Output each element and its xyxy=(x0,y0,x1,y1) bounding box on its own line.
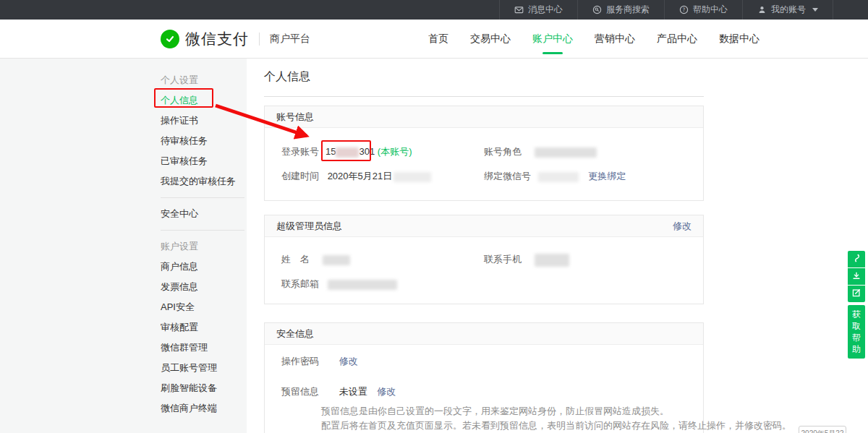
main-content: 个人信息 账号信息 登录账号 15301 (本账号) 账号角色 创建时间 202… xyxy=(247,59,868,433)
my-account-menu[interactable]: 我的账号 xyxy=(742,0,833,20)
primary-nav: 首页 交易中心 账户中心 营销中心 产品中心 数据中心 xyxy=(428,20,760,59)
redacted-created-time xyxy=(393,172,431,182)
reserved-info-row: 预留信息 未设置 修改 xyxy=(281,385,396,398)
nav-account-center[interactable]: 账户中心 xyxy=(532,20,573,59)
account-info-header: 账号信息 xyxy=(265,106,703,128)
mail-icon xyxy=(514,5,524,14)
my-account-label: 我的账号 xyxy=(771,4,806,16)
download-tool-button[interactable] xyxy=(848,268,865,285)
feedback-tool-button[interactable] xyxy=(848,286,865,302)
redacted-wechat-id xyxy=(538,172,579,182)
security-info-section: 安全信息 操作密码 修改 预留信息 未设置 修改 预留信息是由你自己设置的一段文… xyxy=(264,322,704,433)
message-center-label: 消息中心 xyxy=(528,4,563,16)
edit-reserved-info-link[interactable]: 修改 xyxy=(377,386,396,397)
get-help-button[interactable]: 获取帮助 xyxy=(848,305,865,359)
service-provider-search-menu[interactable]: 服务商搜索 xyxy=(577,0,664,20)
redacted-admin-email xyxy=(328,280,397,290)
topbar-spacer xyxy=(0,0,499,20)
sidebar-divider xyxy=(161,197,244,198)
created-time-value: 2020年5月21日 xyxy=(328,171,393,181)
security-info-title: 安全信息 xyxy=(276,323,314,344)
admin-name-label: 姓 名 xyxy=(281,254,310,265)
top-utility-bar: 消息中心 服务商搜索 ? 帮助中心 我的账号 xyxy=(0,0,868,20)
reserved-info-label: 预留信息 xyxy=(281,386,319,397)
created-time-row: 创建时间 2020年5月21日 xyxy=(281,170,431,183)
account-role-label: 账号角色 xyxy=(484,146,522,157)
sidebar-item-personal-info[interactable]: 个人信息 xyxy=(161,90,247,111)
admin-email-label: 联系邮箱 xyxy=(281,278,319,289)
sidebar-item-merchant-info[interactable]: 商户信息 xyxy=(161,257,247,277)
platform-name: 商户平台 xyxy=(270,33,310,46)
sidebar-item-face-payment-devices[interactable]: 刷脸智能设备 xyxy=(161,378,247,398)
redacted-account-role xyxy=(535,147,597,158)
edit-admin-link[interactable]: 修改 xyxy=(673,215,692,236)
bound-wechat-label: 绑定微信号 xyxy=(484,171,531,181)
admin-email-row: 联系邮箱 xyxy=(281,278,397,291)
chevron-down-icon xyxy=(812,8,818,12)
sidebar-group-account-settings: 账户设置 xyxy=(161,236,247,257)
help-icon: ? xyxy=(679,5,689,14)
account-info-title: 账号信息 xyxy=(276,106,314,127)
sidebar-item-wechat-group-management[interactable]: 微信群管理 xyxy=(161,338,247,358)
sidebar-item-security-center[interactable]: 安全中心 xyxy=(161,204,247,224)
svg-text:?: ? xyxy=(683,7,686,13)
help-center-label: 帮助中心 xyxy=(693,4,728,16)
super-admin-header: 超级管理员信息 修改 xyxy=(265,215,703,237)
admin-phone-row: 联系手机 xyxy=(484,253,569,267)
super-admin-title: 超级管理员信息 xyxy=(276,215,342,236)
change-password-link[interactable]: 修改 xyxy=(339,356,358,366)
redacted-login-digits xyxy=(336,147,359,158)
title-divider xyxy=(264,96,704,97)
change-binding-link[interactable]: 更换绑定 xyxy=(588,171,626,181)
sidebar-item-operation-certificate[interactable]: 操作证书 xyxy=(161,111,247,131)
nav-transaction-center[interactable]: 交易中心 xyxy=(470,20,511,59)
sidebar-item-invoice-info[interactable]: 发票信息 xyxy=(161,277,247,297)
created-time-label: 创建时间 xyxy=(281,171,319,181)
service-provider-search-label: 服务商搜索 xyxy=(606,4,650,16)
sidebar-item-wechat-merchant-terminal[interactable]: 微信商户终端 xyxy=(161,398,247,419)
account-role-row: 账号角色 xyxy=(484,145,597,158)
sidebar-item-api-security[interactable]: API安全 xyxy=(161,297,247,317)
wechat-pay-logo-icon xyxy=(161,30,179,48)
sidebar-item-my-submitted-tasks[interactable]: 我提交的审核任务 xyxy=(161,171,247,192)
operation-password-row: 操作密码 修改 xyxy=(281,355,358,368)
sidebar-item-staff-account-management[interactable]: 员工账号管理 xyxy=(161,358,247,378)
sidebar-item-review-config[interactable]: 审核配置 xyxy=(161,317,247,338)
search-icon xyxy=(592,5,602,14)
current-account-tag: (本账号) xyxy=(378,146,412,157)
link-tool-button[interactable] xyxy=(848,251,865,267)
account-info-section: 账号信息 登录账号 15301 (本账号) 账号角色 创建时间 2020年5月2… xyxy=(264,106,704,201)
download-icon xyxy=(851,270,861,283)
edit-icon xyxy=(851,288,861,301)
security-info-header: 安全信息 xyxy=(265,323,703,345)
login-account-row: 登录账号 xyxy=(281,145,319,158)
wechat-pay-merchant-page: 消息中心 服务商搜索 ? 帮助中心 我的账号 微信支付 商户平台 首页 交易中心 xyxy=(0,0,868,433)
redacted-admin-name xyxy=(323,255,350,265)
redacted-admin-phone xyxy=(535,254,569,267)
brand-area[interactable]: 微信支付 商户平台 xyxy=(161,20,310,59)
date-tooltip: 2020年5月22日 xyxy=(799,426,846,433)
nav-product-center[interactable]: 产品中心 xyxy=(657,20,697,59)
user-icon xyxy=(757,5,767,14)
brand-divider xyxy=(259,33,260,46)
main-header: 微信支付 商户平台 首页 交易中心 账户中心 营销中心 产品中心 数据中心 xyxy=(0,20,868,59)
sidebar-item-reviewed-tasks[interactable]: 已审核任务 xyxy=(161,151,247,171)
admin-phone-label: 联系手机 xyxy=(484,254,522,265)
nav-marketing-center[interactable]: 营销中心 xyxy=(595,20,635,59)
active-nav-underline xyxy=(542,52,563,54)
login-account-label: 登录账号 xyxy=(281,146,319,157)
nav-data-center[interactable]: 数据中心 xyxy=(719,20,760,59)
sidebar: 个人设置 个人信息 操作证书 待审核任务 已审核任务 我提交的审核任务 安全中心… xyxy=(0,59,247,433)
operation-password-label: 操作密码 xyxy=(281,356,319,366)
floating-toolbar: 获取帮助 xyxy=(848,251,865,359)
reserved-info-value: 未设置 xyxy=(339,386,367,397)
reserved-info-help: 预留信息是由你自己设置的一段文字，用来鉴定网站身份，防止假冒网站造成损失。 配置… xyxy=(321,404,791,433)
sidebar-divider xyxy=(161,230,244,231)
sidebar-item-pending-review-tasks[interactable]: 待审核任务 xyxy=(161,131,247,151)
super-admin-section: 超级管理员信息 修改 姓 名 联系手机 联系邮箱 xyxy=(264,215,704,304)
sidebar-group-personal-settings: 个人设置 xyxy=(161,70,247,90)
message-center-menu[interactable]: 消息中心 xyxy=(499,0,577,20)
nav-home[interactable]: 首页 xyxy=(428,20,448,59)
help-center-menu[interactable]: ? 帮助中心 xyxy=(664,0,742,20)
admin-name-row: 姓 名 xyxy=(281,253,350,266)
